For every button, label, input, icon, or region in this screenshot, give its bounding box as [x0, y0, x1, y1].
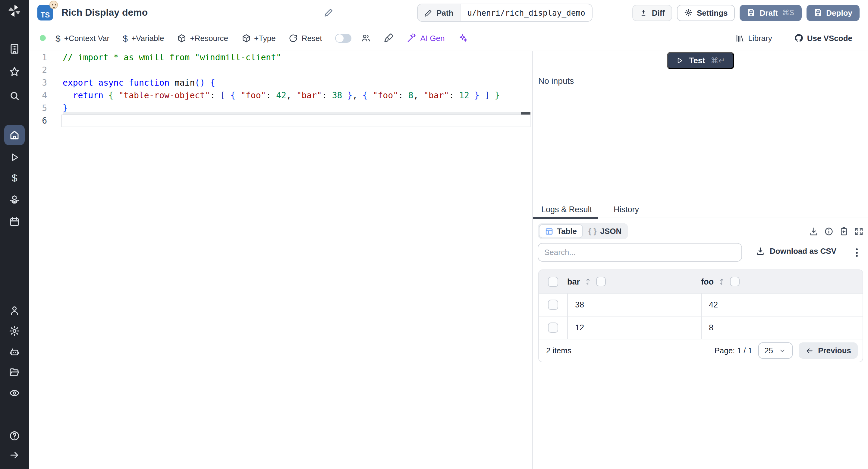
workspace-building-icon[interactable] — [9, 43, 20, 55]
previous-page-button[interactable]: Previous — [799, 342, 858, 359]
collapse-sidebar-arrow-icon[interactable] — [9, 450, 20, 461]
settings-button[interactable]: Settings — [677, 4, 735, 21]
line-number: 5 — [29, 102, 47, 115]
add-variable-button[interactable]: $ +Variable — [123, 33, 164, 43]
expand-result-icon[interactable] — [854, 227, 864, 236]
windmill-logo-icon[interactable] — [7, 4, 22, 21]
gear-icon — [684, 8, 692, 17]
save-icon — [813, 8, 822, 17]
download-csv-button[interactable]: Download as CSV — [756, 247, 836, 256]
boxes-icon — [9, 194, 20, 206]
deploy-button[interactable]: Deploy — [806, 4, 860, 21]
column-filter-checkbox[interactable] — [730, 277, 740, 286]
sidebar-item-settings[interactable] — [9, 325, 20, 337]
diff-icon — [640, 9, 648, 17]
view-json-button[interactable]: { } JSON — [583, 224, 627, 238]
sidebar-item-runs[interactable] — [9, 152, 20, 163]
sidebar-item-home[interactable] — [4, 125, 25, 145]
column-filter-checkbox[interactable] — [596, 277, 606, 286]
select-all-checkbox[interactable] — [548, 276, 558, 287]
page-size-select[interactable]: 25 — [758, 342, 793, 359]
users-icon — [361, 33, 371, 43]
sidebar-item-resources[interactable] — [9, 194, 20, 206]
topbar: TS Rich Display demo Path u/henri/rich_d… — [29, 0, 868, 25]
add-type-button[interactable]: +Type — [241, 33, 276, 42]
code-line[interactable]: 2 — [29, 64, 532, 76]
line-content: return { "table-row-object": [ { "foo": … — [47, 89, 500, 102]
pencil-icon — [424, 9, 432, 17]
use-vscode-button[interactable]: Use VScode — [794, 33, 852, 43]
scrollbar-handle[interactable] — [521, 112, 530, 115]
editor-scrollbar[interactable] — [63, 112, 530, 115]
line-content — [47, 115, 63, 127]
reset-button[interactable]: Reset — [289, 33, 322, 42]
column-header-foo[interactable]: foo — [701, 277, 863, 286]
format-brush-button[interactable] — [384, 33, 394, 43]
reset-icon — [289, 33, 298, 42]
sidebar-item-workers[interactable] — [9, 346, 20, 358]
path-widget[interactable]: Path u/henri/rich_display_demo — [417, 4, 592, 22]
row-checkbox[interactable] — [548, 300, 558, 310]
sidebar-item-variables[interactable]: $ — [12, 173, 18, 184]
view-table-button[interactable]: Table — [539, 224, 583, 238]
collaborators-button[interactable] — [361, 33, 371, 43]
ai-gen-button[interactable]: AI Gen — [407, 33, 445, 43]
edit-summary-pencil-icon[interactable] — [324, 8, 333, 17]
left-sidebar: $ — [0, 0, 29, 469]
table-row[interactable]: 128 — [539, 316, 863, 339]
diff-button[interactable]: Diff — [632, 4, 672, 21]
draft-button[interactable]: Draft ⌘S — [740, 4, 802, 21]
tab-history[interactable]: History — [614, 205, 639, 214]
ai-sparkles-button[interactable] — [458, 33, 468, 43]
favorites-star-icon[interactable] — [9, 66, 20, 77]
chevron-down-icon — [778, 347, 786, 354]
path-value[interactable]: u/henri/rich_display_demo — [461, 4, 592, 21]
row-checkbox[interactable] — [548, 322, 558, 333]
draft-shortcut: ⌘S — [782, 8, 794, 17]
package-icon — [178, 33, 187, 42]
result-tabbar: Logs & Result History — [533, 201, 868, 218]
search-input[interactable] — [538, 243, 742, 262]
path-label: Path — [418, 4, 461, 21]
search-icon[interactable] — [9, 90, 20, 101]
line-content: // import * as wmill from "windmill-clie… — [47, 51, 281, 64]
table-cell-foo: 42 — [701, 293, 863, 316]
folder-icon — [9, 366, 20, 378]
table-menu-kebab-icon[interactable] — [851, 247, 862, 258]
topbar-actions: Diff Settings Draft ⌘S Deploy — [632, 4, 860, 21]
test-button[interactable]: Test ⌘↵ — [667, 52, 734, 69]
preview-panel: Test ⌘↵ No inputs Logs & Result History … — [532, 51, 868, 469]
table-footer: 2 items Page: 1 / 1 25 Previous — [539, 339, 863, 362]
download-result-icon[interactable] — [809, 227, 818, 236]
code-line[interactable]: 3export async function main() { — [29, 76, 532, 89]
toolbar-right: Library Use VScode — [735, 33, 852, 43]
column-header-bar[interactable]: bar — [567, 277, 701, 286]
result-table-body: 3842128 — [539, 293, 863, 339]
items-count: 2 items — [546, 346, 571, 355]
sort-icon — [584, 278, 592, 285]
help-icon[interactable] — [9, 430, 20, 442]
sidebar-item-schedules[interactable] — [9, 216, 20, 227]
sidebar-item-users[interactable] — [9, 305, 20, 316]
line-number: 2 — [29, 64, 47, 76]
add-context-var-button[interactable]: $ +Context Var — [56, 33, 110, 43]
typescript-badge: TS — [37, 5, 53, 21]
save-icon — [747, 8, 755, 17]
sidebar-item-audit[interactable] — [9, 387, 20, 399]
code-line[interactable]: 1// import * as wmill from "windmill-cli… — [29, 51, 532, 64]
baby-emoji — [50, 1, 58, 9]
info-icon[interactable] — [824, 227, 834, 236]
windmill-app: $ TS — [0, 0, 868, 469]
multiplayer-toggle[interactable] — [336, 33, 352, 42]
gear-icon — [9, 325, 20, 337]
library-button[interactable]: Library — [735, 33, 772, 42]
tab-logs-result[interactable]: Logs & Result — [541, 205, 592, 214]
line-number: 4 — [29, 89, 47, 102]
table-row[interactable]: 3842 — [539, 293, 863, 316]
code-editor[interactable]: 1// import * as wmill from "windmill-cli… — [29, 51, 532, 469]
code-line[interactable]: 4 return { "table-row-object": [ { "foo"… — [29, 89, 532, 102]
sidebar-item-folders[interactable] — [9, 366, 20, 378]
add-resource-button[interactable]: +Resource — [178, 33, 228, 42]
copy-result-icon[interactable] — [839, 227, 849, 236]
play-icon — [676, 57, 684, 64]
